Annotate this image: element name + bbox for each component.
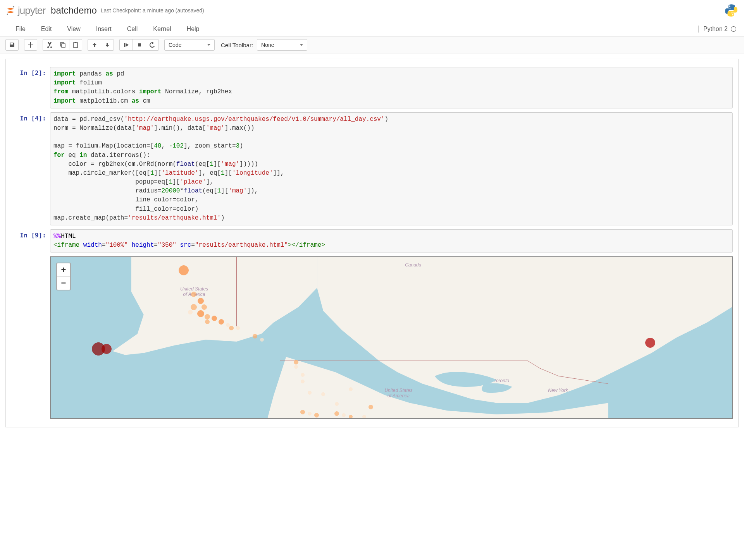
header: jupyter batchdemo Last Checkpoint: a min… [0,0,744,21]
earthquake-marker[interactable] [301,373,305,377]
cell-toolbar-select[interactable]: None [257,39,307,51]
map-label: United States of America [384,388,412,399]
earthquake-marker[interactable] [349,415,353,419]
jupyter-logo[interactable]: jupyter [5,5,45,17]
notebook-name[interactable]: batchdemo [51,5,97,16]
toolbar: Code Cell Toolbar: None [0,37,744,53]
earthquake-marker[interactable] [645,338,655,348]
earthquake-marker[interactable] [308,412,312,416]
earthquake-marker[interactable] [191,304,197,310]
zoom-in-button[interactable]: + [57,263,70,277]
earthquake-marker[interactable] [102,344,112,354]
cell-prompt: In [2]: [11,67,50,108]
earthquake-marker[interactable] [198,298,204,304]
kernel-name: Python 2 [703,26,728,33]
map-output[interactable]: + − CanadaUnited States of AmericaUnited… [50,256,733,419]
earthquake-marker[interactable] [253,334,257,338]
earthquake-marker[interactable] [335,402,339,406]
svg-rect-7 [138,43,141,46]
menu-file[interactable]: File [8,22,33,36]
cut-button[interactable] [43,39,56,51]
checkpoint-status: Last Checkpoint: a minute ago (autosaved… [101,7,204,14]
earthquake-marker[interactable] [197,310,204,317]
cell-type-select[interactable]: Code [164,39,215,51]
menu-kernel[interactable]: Kernel [145,22,179,36]
add-cell-button[interactable] [24,39,37,51]
svg-point-0 [13,6,14,7]
menu-insert[interactable]: Insert [88,22,119,36]
move-down-button[interactable] [101,39,114,51]
kernel-status-icon [731,26,736,32]
earthquake-marker[interactable] [369,405,373,409]
svg-rect-5 [75,42,76,43]
svg-rect-6 [124,43,125,47]
interrupt-button[interactable] [133,39,146,51]
earthquake-marker[interactable] [321,392,325,396]
python-icon [724,3,739,18]
save-button[interactable] [5,39,19,51]
run-button[interactable] [119,39,133,51]
svg-rect-3 [62,44,65,47]
earthquake-marker[interactable] [191,292,196,297]
code-cell[interactable]: In [2]:import pandas as pd import folium… [11,67,733,108]
jupyter-icon [5,5,16,15]
move-up-button[interactable] [88,39,101,51]
cell-input[interactable]: data = pd.read_csv('http://earthquake.us… [50,112,733,225]
cell-prompt: In [9]: [11,229,50,253]
code-cell[interactable]: In [4]:data = pd.read_csv('http://earthq… [11,112,733,225]
zoom-out-button[interactable]: − [57,277,70,290]
map-label: Canada [405,262,421,268]
earthquake-marker[interactable] [301,380,305,383]
svg-rect-4 [74,43,78,48]
kernel-indicator: Python 2 [698,26,736,33]
earthquake-marker[interactable] [219,319,224,325]
menu-cell[interactable]: Cell [119,22,146,36]
menu-edit[interactable]: Edit [33,22,60,36]
menu-help[interactable]: Help [179,22,207,36]
cell-toolbar-label: Cell Toolbar: [221,42,253,48]
earthquake-marker[interactable] [179,265,189,275]
earthquake-marker[interactable] [205,320,210,324]
cell-input[interactable]: %%HTML <iframe width="100%" height="350"… [50,229,733,253]
earthquake-marker[interactable] [212,316,217,321]
earthquake-marker[interactable] [202,304,207,310]
zoom-control: + − [56,263,71,290]
earthquake-marker[interactable] [300,410,305,414]
menubar: FileEditViewInsertCellKernelHelp Python … [0,21,744,37]
earthquake-marker[interactable] [229,326,234,330]
earthquake-marker[interactable] [236,326,240,330]
jupyter-logo-text: jupyter [18,5,45,17]
earthquake-marker[interactable] [349,387,353,391]
copy-button[interactable] [56,39,69,51]
earthquake-marker[interactable] [205,314,210,320]
earthquake-marker[interactable] [308,391,312,395]
earthquake-marker[interactable] [294,365,298,369]
map-label: New York [548,388,568,393]
earthquake-marker[interactable] [334,411,339,416]
notebook-container: In [2]:import pandas as pd import folium… [5,59,739,427]
svg-point-1 [7,14,8,15]
earthquake-marker[interactable] [188,310,193,314]
cell-input[interactable]: import pandas as pd import folium from m… [50,67,733,108]
earthquake-marker[interactable] [294,360,298,364]
paste-button[interactable] [69,39,82,51]
map-label: Toronto [494,378,509,383]
code-cell[interactable]: In [9]:%%HTML <iframe width="100%" heigh… [11,229,733,253]
earthquake-marker[interactable] [260,338,264,342]
cell-prompt: In [4]: [11,112,50,225]
menu-view[interactable]: View [59,22,88,36]
earthquake-marker[interactable] [342,413,346,417]
earthquake-marker[interactable] [314,413,319,417]
restart-button[interactable] [146,39,159,51]
earthquake-marker[interactable] [362,415,366,419]
